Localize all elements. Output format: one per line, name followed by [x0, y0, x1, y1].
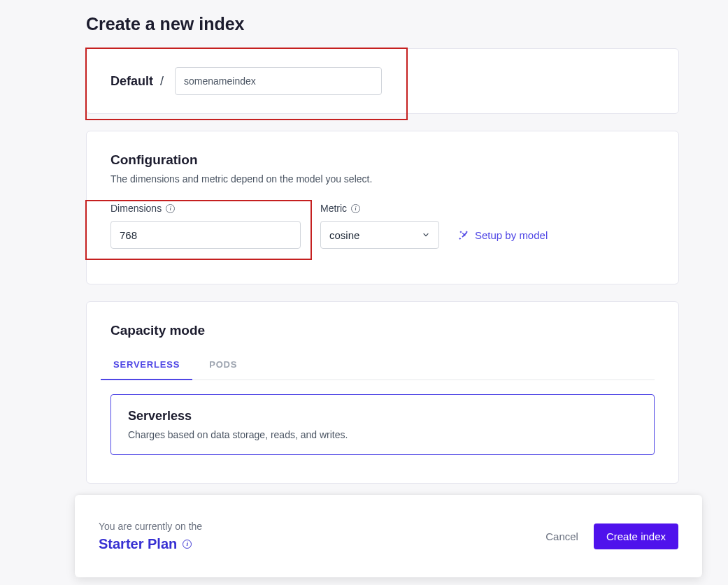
chevron-down-icon — [422, 231, 430, 239]
tab-pods[interactable]: PODS — [206, 354, 240, 380]
setup-by-model-link[interactable]: Setup by model — [459, 221, 548, 249]
metric-field: Metric i cosine — [320, 203, 439, 249]
wand-icon — [459, 230, 469, 240]
setup-by-model-label: Setup by model — [475, 229, 548, 241]
configuration-heading: Configuration — [110, 152, 655, 168]
configuration-card: Configuration The dimensions and metric … — [86, 131, 679, 284]
dimensions-field: Dimensions i — [110, 203, 301, 249]
capacity-mode-title: Serverless — [128, 409, 637, 424]
name-separator: / — [160, 74, 164, 89]
configuration-description: The dimensions and metric depend on the … — [110, 173, 655, 185]
capacity-tabs: SERVERLESS PODS — [110, 354, 655, 380]
info-icon[interactable]: i — [351, 204, 360, 213]
dimensions-label: Dimensions — [110, 203, 162, 214]
plan-block: You are currently on the Starter Plan i — [99, 521, 202, 552]
tab-serverless[interactable]: SERVERLESS — [110, 354, 183, 380]
plan-prefix: You are currently on the — [99, 521, 202, 532]
dimensions-input[interactable] — [110, 221, 301, 249]
metric-label: Metric — [320, 203, 347, 214]
index-name-card: Default / — [86, 48, 679, 114]
index-name-input[interactable] — [175, 67, 382, 95]
cancel-button[interactable]: Cancel — [545, 530, 578, 542]
capacity-heading: Capacity mode — [110, 323, 655, 338]
create-index-button[interactable]: Create index — [594, 523, 678, 549]
info-icon[interactable]: i — [183, 540, 192, 549]
project-name-label: Default — [110, 74, 153, 89]
metric-value: cosine — [329, 229, 359, 241]
capacity-mode-box[interactable]: Serverless Charges based on data storage… — [110, 394, 655, 455]
metric-select[interactable]: cosine — [320, 221, 439, 249]
capacity-card: Capacity mode SERVERLESS PODS Serverless… — [86, 301, 679, 484]
info-icon[interactable]: i — [166, 204, 175, 213]
plan-name: Starter Plan — [99, 536, 177, 552]
footer-bar: You are currently on the Starter Plan i … — [75, 495, 702, 577]
capacity-mode-description: Charges based on data storage, reads, an… — [128, 429, 637, 440]
page-title: Create a new index — [86, 14, 679, 34]
